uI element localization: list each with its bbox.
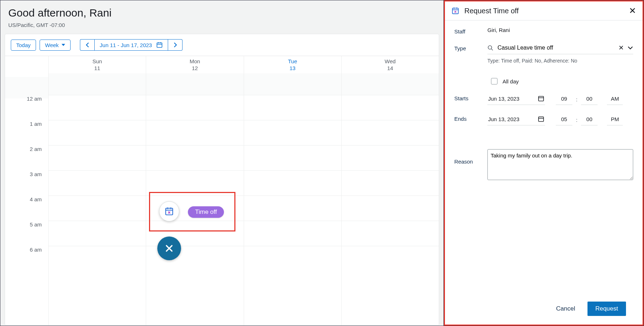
calendar-icon xyxy=(156,42,163,48)
end-ampm-input[interactable]: PM xyxy=(607,115,623,125)
search-icon xyxy=(487,45,493,51)
day-header: Sun11 xyxy=(49,56,146,73)
hour-label: 4 am xyxy=(5,196,48,221)
calendar-x-icon xyxy=(165,207,174,216)
staff-label: Staff xyxy=(454,27,487,35)
view-select[interactable]: Week xyxy=(40,40,71,51)
greeting-text: Good afternoon, Rani xyxy=(8,7,436,19)
day-col-mon[interactable]: Mon12 xyxy=(146,56,243,325)
start-hour-input[interactable]: 09 xyxy=(556,94,572,105)
day-col-sun[interactable]: Sun11 xyxy=(48,56,146,325)
calendar-icon xyxy=(538,95,544,102)
next-week-button[interactable] xyxy=(168,39,183,51)
chevron-left-icon xyxy=(85,42,90,48)
type-subtext: Type: Time off, Paid: No, Adherence: No xyxy=(487,58,633,64)
chevron-right-icon xyxy=(173,42,177,48)
hour-label: 6 am xyxy=(5,247,48,272)
svg-rect-4 xyxy=(166,208,173,215)
request-button[interactable]: Request xyxy=(587,302,626,316)
panel-title: Request Time off xyxy=(464,7,629,15)
calendar-icon xyxy=(538,116,544,122)
staff-value: Giri, Rani xyxy=(487,27,633,33)
caret-down-icon xyxy=(62,44,65,46)
today-button[interactable]: Today xyxy=(11,40,36,51)
start-min-input[interactable]: 00 xyxy=(581,94,598,105)
hour-label: 3 am xyxy=(5,171,48,196)
day-header: Wed14 xyxy=(342,56,439,73)
hour-label: 5 am xyxy=(5,221,48,247)
timeoff-pill[interactable]: Time off xyxy=(188,206,224,218)
day-header: Tue13 xyxy=(244,56,341,73)
svg-rect-0 xyxy=(157,43,162,47)
reason-textarea[interactable] xyxy=(487,149,633,180)
svg-rect-14 xyxy=(539,96,544,101)
clear-icon[interactable]: ✕ xyxy=(618,44,624,52)
svg-rect-16 xyxy=(539,117,544,121)
chevron-down-icon[interactable] xyxy=(627,46,633,50)
start-date-input[interactable]: Jun 13, 2023 xyxy=(487,94,545,105)
close-icon xyxy=(165,244,174,253)
view-select-label: Week xyxy=(45,42,59,48)
hour-label: 1 am xyxy=(5,121,48,146)
day-col-tue[interactable]: Tue13 xyxy=(244,56,341,325)
svg-point-12 xyxy=(488,46,492,49)
cancel-button[interactable]: Cancel xyxy=(556,305,575,312)
svg-line-13 xyxy=(491,49,493,50)
timeoff-icon-button[interactable] xyxy=(159,201,179,221)
type-combobox[interactable]: ✕ xyxy=(487,44,633,54)
calendar-x-icon xyxy=(451,7,459,15)
day-header: Mon12 xyxy=(146,56,243,73)
prev-week-button[interactable] xyxy=(80,39,94,51)
end-date-input[interactable]: Jun 13, 2023 xyxy=(487,114,545,125)
type-input[interactable] xyxy=(497,44,615,51)
hour-label: 2 am xyxy=(5,146,48,171)
end-min-input[interactable]: 00 xyxy=(581,115,598,125)
starts-label: Starts xyxy=(454,94,487,101)
day-col-wed[interactable]: Wed14 xyxy=(341,56,439,325)
panel-close-button[interactable]: ✕ xyxy=(629,6,636,15)
timezone-text: US/Pacific, GMT -07:00 xyxy=(8,22,436,28)
close-fab-button[interactable] xyxy=(157,237,181,260)
date-range-label: Jun 11 - Jun 17, 2023 xyxy=(100,42,152,48)
allday-band xyxy=(5,77,48,98)
end-hour-input[interactable]: 05 xyxy=(556,115,572,125)
hour-label: 12 am xyxy=(5,96,48,121)
allday-label: All day xyxy=(503,78,519,84)
reason-label: Reason xyxy=(454,149,487,165)
ends-label: Ends xyxy=(454,114,487,122)
allday-checkbox[interactable] xyxy=(491,78,497,84)
type-label: Type xyxy=(454,44,487,51)
date-range-button[interactable]: Jun 11 - Jun 17, 2023 xyxy=(94,39,168,51)
start-ampm-input[interactable]: AM xyxy=(607,94,623,105)
svg-rect-8 xyxy=(452,8,459,14)
request-timeoff-panel: Request Time off ✕ Staff Giri, Rani Type… xyxy=(444,0,644,326)
